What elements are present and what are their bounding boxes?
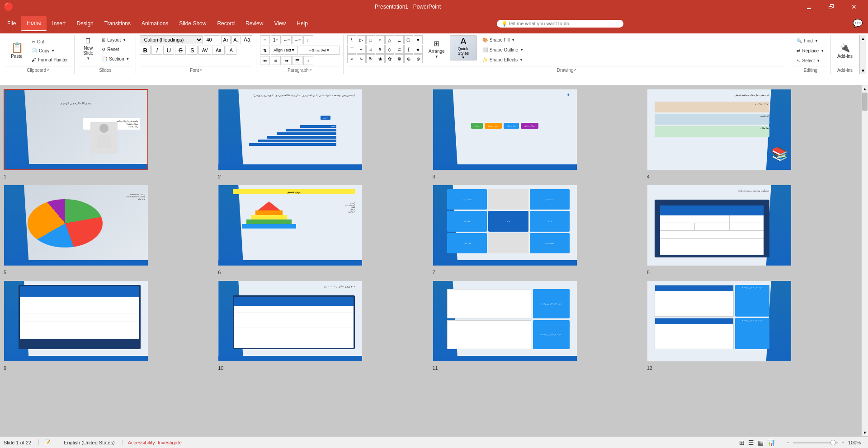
zoom-level[interactable]: 100% (848, 440, 864, 445)
paste-button[interactable]: 📋 Paste (5, 35, 28, 66)
ribbon-scroll-up[interactable]: ▲ (860, 36, 866, 41)
new-slide-button[interactable]: 🗒 NewSlide ▼ (78, 35, 98, 62)
layout-button[interactable]: ⊞ Layout ▼ (99, 35, 132, 44)
copy-button[interactable]: 📄 Copy ▼ (29, 46, 71, 55)
slide-5-thumbnail[interactable]: Curtain et al. (2011) Kim & Nermana (202… (4, 185, 148, 266)
shape-tool-5[interactable]: △ (385, 35, 394, 44)
convert-smartart-button[interactable]: →SmartArt▼ (299, 46, 340, 55)
ribbon-scroll-down[interactable]: ▼ (860, 68, 866, 73)
clear-format-button[interactable]: Aa (242, 35, 252, 44)
slide-12-thumbnail[interactable]: تفاوت کلی حاکل زیرمولفه ها تفاوت کلی حاک… (647, 280, 792, 362)
align-right-button[interactable]: ➡ (282, 56, 292, 65)
arrange-button[interactable]: ⊞ Arrange ▼ (425, 35, 448, 62)
notes-icon[interactable]: 📝 (38, 439, 51, 445)
shape-tool-7[interactable]: ⬡ (404, 35, 413, 44)
menu-item-help[interactable]: Help (291, 16, 313, 31)
maximize-button[interactable]: 🗗 (821, 0, 842, 14)
zoom-thumb[interactable] (830, 440, 836, 445)
scroll-up-button[interactable]: ▲ (862, 85, 868, 93)
menu-item-record[interactable]: Record (212, 16, 240, 31)
shape-effects-button[interactable]: ✨ Shape Effects ▼ (480, 55, 526, 64)
scroll-thumb[interactable] (862, 93, 868, 111)
slide-9-thumbnail[interactable] (4, 280, 148, 362)
shape-tool-20[interactable]: ✿ (385, 54, 394, 63)
bold-button[interactable]: B (140, 46, 151, 55)
menu-item-view[interactable]: View (269, 16, 291, 31)
menu-item-animations[interactable]: Animations (136, 16, 174, 31)
cut-button[interactable]: ✂ Cut (29, 37, 71, 46)
shape-tool-8[interactable]: ⌒ (347, 45, 356, 54)
shape-tool-15[interactable]: ★ (414, 45, 423, 54)
view-outline-icon[interactable]: ☰ (748, 439, 754, 446)
bullets-button[interactable]: ≡ (260, 35, 270, 44)
quick-styles-button[interactable]: A QuickStyles ▼ (450, 35, 477, 61)
replace-button[interactable]: ⇄ Replace ▼ (794, 46, 827, 55)
justify-button[interactable]: ☰ (292, 56, 302, 65)
clipboard-expand-icon[interactable]: ↗ (46, 68, 49, 72)
font-color-button[interactable]: A (226, 46, 236, 55)
font-case-button[interactable]: Aa (212, 46, 225, 55)
shape-tool-13[interactable]: ⊂ (395, 45, 404, 54)
strikethrough-button[interactable]: S (175, 46, 186, 55)
view-normal-icon[interactable]: ⊞ (739, 439, 745, 446)
chat-icon[interactable]: 💬 (853, 19, 863, 28)
slides-panel[interactable]: بسم الله الرحمن الرحیم جلسه دفاع از پایا… (0, 85, 861, 436)
menu-item-slideshow[interactable]: Slide Show (174, 16, 212, 31)
accessibility-indicator[interactable]: Accessibility: Investigate (122, 440, 182, 445)
shape-tool-14[interactable]: { (404, 45, 413, 54)
font-shrink-button[interactable]: A↓ (231, 35, 241, 44)
find-button[interactable]: 🔍 Find ▼ (794, 36, 821, 45)
underline-button[interactable]: U (163, 46, 174, 55)
view-slide-icon[interactable]: ▦ (758, 439, 764, 446)
font-grow-button[interactable]: A↑ (221, 35, 231, 44)
numbering-button[interactable]: 1≡ (271, 35, 281, 44)
drawing-expand-icon[interactable]: ↗ (573, 68, 576, 72)
slide-11-thumbnail[interactable]: تفاوت کلی حاکل زیرمولفه ها تفاوت کلی حاک… (433, 280, 577, 362)
vertical-scrollbar[interactable]: ▲ ▼ (861, 85, 868, 436)
shape-tool-23[interactable]: ⊗ (414, 54, 423, 63)
align-left-button[interactable]: ⬅ (260, 56, 270, 65)
font-name-select[interactable]: Calibri (Headings) (140, 35, 203, 44)
line-spacing-button[interactable]: ↕ (303, 56, 313, 65)
shape-tool-12[interactable]: ◇ (385, 45, 394, 54)
shape-tool-11[interactable]: ⊻ (376, 45, 385, 54)
zoom-slider[interactable] (793, 442, 838, 443)
slide-6-thumbnail[interactable]: روش تحقیق ارزیابی گردآوری داده تکنیک (218, 185, 363, 266)
font-expand-icon[interactable]: ↗ (199, 68, 202, 72)
columns-button[interactable]: ⫼ (303, 35, 313, 44)
menu-item-insert[interactable]: Insert (47, 16, 71, 31)
shape-tool-10[interactable]: ⊿ (366, 45, 375, 54)
select-button[interactable]: ↖ Select ▼ (794, 56, 823, 65)
shape-tool-4[interactable]: ○ (376, 35, 385, 44)
shape-tool-16[interactable]: ⤶ (347, 54, 356, 63)
italic-button[interactable]: I (151, 46, 162, 55)
shape-tool-9[interactable]: ⌐ (357, 45, 366, 54)
shape-tool-21[interactable]: ❁ (395, 54, 404, 63)
menu-item-file[interactable]: File (2, 16, 21, 31)
decrease-indent-button[interactable]: ←≡ (282, 35, 292, 44)
slide-3-thumbnail[interactable]: مقدمه اهمیت موضوع بیان مسئله سوالات تحقی… (433, 89, 577, 170)
shape-tool-6[interactable]: ⊏ (395, 35, 404, 44)
align-text-button[interactable]: Align Text▼ (271, 46, 298, 55)
shape-tool-18[interactable]: ↻ (366, 54, 375, 63)
shape-outline-button[interactable]: ⬜ Shape Outline ▼ (480, 45, 526, 54)
scroll-down-button[interactable]: ▼ (862, 429, 868, 436)
close-button[interactable]: ✕ (844, 0, 864, 14)
shape-more-icon[interactable]: ▼ (414, 35, 423, 44)
minimize-button[interactable]: 🗕 (798, 0, 819, 14)
reset-button[interactable]: ↺ Reset (99, 45, 132, 54)
view-presenter-icon[interactable]: 📊 (767, 439, 775, 446)
shape-tool-2[interactable]: ▷ (357, 35, 366, 44)
slide-2-thumbnail[interactable]: آینده پژوهی توسعه منابع انسانی با برنامه… (218, 89, 363, 170)
format-painter-button[interactable]: 🖌 Format Painter (29, 55, 71, 64)
section-button[interactable]: 📑 Section ▼ (99, 54, 132, 63)
slide-7-thumbnail[interactable]: ساختار سازمانی فرهنگ سازمانی موارد مانع … (433, 185, 577, 266)
increase-indent-button[interactable]: →≡ (292, 35, 302, 44)
shape-tool-19[interactable]: ❀ (376, 54, 385, 63)
zoom-in-button[interactable]: + (842, 440, 844, 445)
shape-tool-17[interactable]: ⤷ (357, 54, 366, 63)
menu-item-design[interactable]: Design (71, 16, 99, 31)
shape-tool-22[interactable]: ⊕ (404, 54, 413, 63)
slide-8-thumbnail[interactable]: جمع آوری و تحلیل پرسشنامه اول: (647, 185, 792, 266)
font-size-input[interactable] (204, 35, 220, 44)
